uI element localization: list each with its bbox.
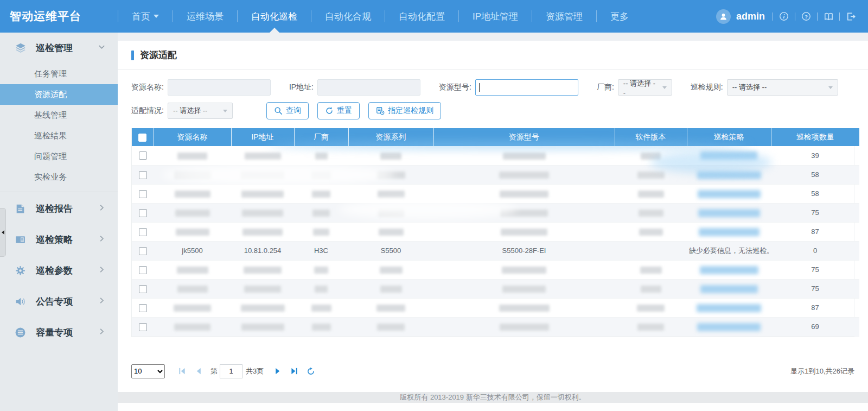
cell-select	[132, 203, 154, 222]
row-checkbox[interactable]	[139, 190, 147, 198]
policy-link-redacted[interactable]	[699, 228, 760, 236]
nav-item-auto-config[interactable]: 自动化配置	[385, 0, 458, 33]
sidebar-group-announcement[interactable]: 公告专项	[0, 286, 118, 317]
cell-model	[433, 184, 615, 203]
nav-item-label: 自动化配置	[399, 10, 445, 23]
row-checkbox[interactable]	[139, 323, 147, 331]
filter-label: 厂商:	[597, 83, 614, 92]
row-checkbox[interactable]	[139, 151, 147, 160]
nav-item-resource-management[interactable]: 资源管理	[532, 0, 596, 33]
sidebar-collapse-handle[interactable]	[0, 208, 6, 257]
last-page-icon[interactable]	[289, 366, 299, 376]
policy-link-redacted[interactable]	[700, 151, 757, 160]
resource-model-input[interactable]	[475, 79, 578, 96]
vendor-select[interactable]: -- 请选择 --	[618, 79, 672, 96]
nav-item-auto-compliance[interactable]: 自动化合规	[311, 0, 385, 33]
row-checkbox[interactable]	[139, 285, 147, 293]
sidebar-item-inspection-results[interactable]: 巡检结果	[0, 125, 118, 146]
icon-divider	[817, 12, 818, 21]
table-row: 87	[132, 298, 859, 317]
policy-link-redacted[interactable]	[700, 266, 758, 274]
cell-select	[132, 184, 154, 203]
redacted-text	[377, 172, 405, 179]
sidebar-item-issue-management[interactable]: 问题管理	[0, 146, 118, 167]
sidebar-item-resource-adaptation[interactable]: 资源适配	[0, 84, 118, 105]
sidebar-item-task-management[interactable]: 任务管理	[0, 64, 118, 84]
cell-version	[615, 184, 687, 203]
policy-link-redacted[interactable]	[698, 190, 761, 198]
button-label: 查询	[286, 106, 301, 116]
sidebar-group-capacity[interactable]: 容量专项	[0, 317, 118, 348]
cell-model	[433, 222, 615, 241]
prev-page-icon[interactable]	[194, 366, 203, 376]
cell-series	[348, 317, 433, 336]
row-checkbox[interactable]	[139, 171, 147, 179]
redacted-text	[639, 210, 663, 217]
page-size-select[interactable]: 10	[131, 364, 165, 378]
sidebar-item-baseline-management[interactable]: 基线管理	[0, 105, 118, 125]
policy-link-redacted[interactable]	[700, 285, 758, 293]
resource-name-input[interactable]	[168, 79, 271, 96]
capacity-icon	[15, 327, 27, 339]
sidebar-group-inspection-parameters[interactable]: 巡检参数	[0, 255, 118, 286]
redacted-text	[500, 210, 548, 217]
inspection-rule-select[interactable]: -- 请选择 --	[727, 79, 838, 96]
redacted-text	[641, 153, 661, 160]
chevron-right-icon	[98, 204, 106, 214]
total-pages: 共3页	[246, 366, 264, 376]
sidebar-group-inspection-report[interactable]: 巡检报告	[0, 193, 118, 224]
cell-ip	[231, 260, 294, 279]
next-page-icon[interactable]	[272, 366, 282, 376]
redacted-text	[380, 153, 401, 160]
ip-address-input[interactable]	[317, 79, 420, 96]
copyright-text: 版权所有 2013-2019 新华三技术有限公司，保留一切权利。	[400, 393, 585, 402]
help-icon[interactable]: ?	[801, 11, 812, 22]
row-checkbox[interactable]	[139, 228, 147, 236]
redacted-text	[177, 286, 208, 293]
redacted-text	[500, 191, 548, 198]
logout-icon[interactable]	[845, 11, 856, 22]
select-all-checkbox[interactable]	[138, 134, 146, 142]
cell-count: 69	[771, 317, 859, 336]
cell-model	[433, 317, 615, 336]
sidebar-group-inspection-management[interactable]: 巡检管理	[0, 33, 118, 64]
table-row: 87	[132, 222, 859, 241]
table-row: 69	[132, 317, 859, 336]
filter-panel: 资源名称: IP地址: 资源型号: 厂商: -	[118, 70, 868, 127]
redacted-text	[241, 191, 284, 198]
policy-link-redacted[interactable]	[697, 323, 761, 331]
nav-item-scenes[interactable]: 运维场景	[173, 0, 237, 33]
cell-name	[154, 203, 231, 222]
sidebar-item-live-check-business[interactable]: 实检业务	[0, 167, 118, 187]
refresh-icon[interactable]	[306, 366, 316, 376]
policy-link-redacted[interactable]	[698, 209, 760, 217]
username[interactable]: admin	[736, 11, 765, 22]
reset-button[interactable]: 重置	[317, 102, 360, 119]
cell-version	[615, 298, 687, 317]
info-icon[interactable]	[778, 11, 789, 22]
nav-item-home[interactable]: 首页	[118, 0, 173, 33]
redacted-text	[241, 324, 284, 331]
redacted-text	[312, 191, 330, 198]
avatar-icon[interactable]	[716, 9, 731, 24]
sidebar-group-inspection-policy[interactable]: 巡检策略	[0, 224, 118, 255]
book-icon[interactable]	[823, 11, 834, 22]
assign-inspection-rule-button[interactable]: 指定巡检规则	[368, 102, 441, 119]
row-checkbox[interactable]	[139, 266, 147, 274]
first-page-icon[interactable]	[177, 366, 187, 376]
redacted-text	[638, 191, 664, 198]
cell-ip	[231, 279, 294, 298]
page-number-input[interactable]	[220, 364, 242, 378]
nav-item-more[interactable]: 更多	[597, 0, 642, 33]
policy-link-redacted[interactable]	[697, 304, 761, 312]
content-area: 资源适配 资源名称: IP地址: 资源型号:	[118, 33, 868, 411]
query-button[interactable]: 查询	[266, 102, 309, 119]
row-checkbox[interactable]	[139, 247, 147, 255]
adaptation-status-select[interactable]: -- 请选择 --	[168, 103, 233, 119]
nav-item-auto-inspection[interactable]: 自动化巡检	[238, 0, 311, 33]
icon-divider	[839, 12, 840, 21]
row-checkbox[interactable]	[139, 209, 147, 217]
row-checkbox[interactable]	[139, 304, 147, 312]
policy-link-redacted[interactable]	[697, 171, 761, 179]
nav-item-ip-management[interactable]: IP地址管理	[459, 0, 532, 33]
